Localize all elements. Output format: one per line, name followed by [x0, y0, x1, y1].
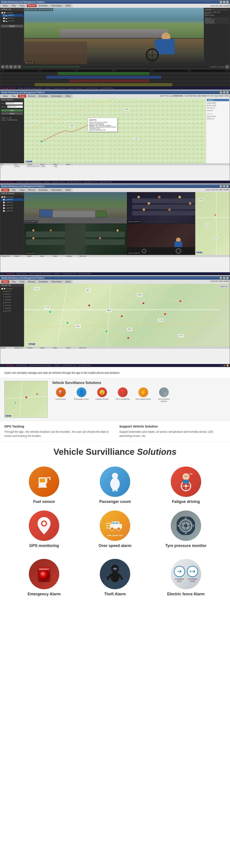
sidebar-item-3b[interactable]: ● 云AVT73 [1, 198, 23, 201]
nav-record-2[interactable]: Record [27, 95, 37, 98]
nav-track[interactable]: Track [18, 4, 26, 7]
svg-line-34 [184, 476, 186, 476]
play-btn[interactable]: ▶ [1, 65, 5, 68]
sidebar-item-4[interactable]: 🚌 云CVT15 [1, 20, 23, 22]
nav-play[interactable]: Play [10, 4, 17, 7]
sidebar-item-3[interactable]: 🚌 云BVT22 [1, 17, 23, 20]
sidebar-4c[interactable]: ● 云BVT22 [1, 293, 23, 296]
nav-schedule-4[interactable]: Schedule [37, 280, 49, 283]
nav-video[interactable]: Video [1, 4, 9, 7]
sidebar-item-2[interactable]: 🚌 云AVT73 [1, 14, 23, 17]
segment-3 [69, 79, 149, 83]
svg-text:EMERGENCY: EMERGENCY [39, 568, 49, 570]
sidebar-4g[interactable]: ● 云FVT44 [1, 304, 23, 307]
next-btn[interactable]: ⏭ [18, 65, 21, 68]
datetime-display: 12:45:33 1366 Head8 [210, 5, 229, 7]
nav-other-3[interactable]: Other [64, 188, 72, 192]
nav-video-2[interactable]: Video [1, 95, 9, 98]
nav-bar-1: Video Play Track Record Schedule Informa… [0, 4, 230, 8]
sidebar-item-1[interactable]: 📁 Company [1, 11, 23, 14]
nav-other-2[interactable]: Other [64, 95, 72, 98]
window-controls[interactable]: ─ □ ✕ [220, 1, 229, 3]
checkbox-4a[interactable] [1, 288, 3, 290]
volume-btn[interactable]: 🔊 [225, 65, 229, 68]
sidebar-4i[interactable]: ● 云HVT55 [1, 310, 23, 312]
nav-record[interactable]: Record [27, 4, 37, 7]
checkbox-3f[interactable] [3, 210, 5, 212]
window-controls-4[interactable]: ─ □ ✕ [220, 277, 229, 279]
pause-btn[interactable]: ⏸ [5, 65, 9, 68]
checkbox-3a[interactable] [1, 196, 3, 198]
checkbox-4[interactable] [3, 20, 5, 22]
window-controls-3[interactable]: ─ □ ✕ [220, 185, 229, 188]
minimize-btn[interactable]: ─ [220, 1, 222, 3]
minimize-btn-4[interactable]: ─ [220, 277, 222, 279]
checkbox-3d[interactable] [3, 205, 5, 206]
nav-information[interactable]: Information [50, 4, 63, 7]
nav-information-3[interactable]: Information [50, 188, 63, 192]
track-search-btn[interactable]: Track [1, 109, 23, 112]
nav-track-3[interactable]: Track [18, 188, 26, 192]
vehicle-dropdown[interactable]: 云AVT73 ▼ [7, 105, 23, 108]
timeline-bar[interactable] [23, 66, 208, 67]
nav-play-3[interactable]: Play [10, 188, 17, 192]
checkbox-3c[interactable] [3, 202, 5, 203]
stop-btn[interactable]: ⏹ [9, 65, 13, 68]
export-btn[interactable]: Export [1, 112, 23, 115]
checkbox-1[interactable] [1, 12, 3, 14]
checkbox-3[interactable] [3, 17, 5, 19]
sidebar-4d[interactable]: ● 云CVT15 [1, 296, 23, 298]
maximize-btn-3[interactable]: □ [223, 185, 225, 188]
fuel-label: Fuel sensor [33, 499, 55, 504]
minimize-btn-3[interactable]: ─ [220, 185, 222, 188]
checkbox-2[interactable] [3, 14, 5, 16]
right-panel-1: CH1 Info Resolution: 1920×1080 FPS: 25 B… [204, 8, 230, 64]
nav-track-2[interactable]: Track [18, 95, 26, 98]
sidebar-item-3c[interactable]: ● 云BVT22 [1, 201, 23, 204]
close-btn[interactable]: ✕ [226, 1, 229, 3]
prev-btn[interactable]: ⏮ [13, 65, 17, 68]
sidebar-item-3d[interactable]: ● 云CVT15 [1, 204, 23, 207]
nav-video-4[interactable]: Video [1, 280, 9, 283]
sidebar-item-3f[interactable]: ● 云EVT31 [1, 210, 23, 212]
sidebar-4a[interactable]: 📁 Company [1, 287, 23, 290]
nav-track-4[interactable]: Track [18, 280, 26, 283]
baidu-logo-3: 百度地图 [28, 343, 35, 345]
back-up-btn[interactable]: Back-Up [219, 285, 229, 288]
checkbox-3e[interactable] [3, 207, 5, 209]
window-controls-2[interactable]: ─ □ ✕ [220, 91, 229, 94]
sidebar-item-3a[interactable]: 📁 All Vehicles [1, 196, 23, 198]
nav-other-4[interactable]: Other [64, 280, 72, 283]
search-btn[interactable]: Search [1, 25, 23, 28]
minimize-btn-2[interactable]: ─ [220, 91, 222, 94]
nav-record-4[interactable]: Record [27, 280, 37, 283]
nav-record-3[interactable]: Record [27, 188, 37, 192]
close-btn-2[interactable]: ✕ [226, 91, 229, 94]
nav-play-2[interactable]: Play [10, 95, 17, 98]
nav-play-4[interactable]: Play [10, 280, 17, 283]
nav-other[interactable]: Other [64, 4, 72, 7]
sidebar-4b[interactable]: ● 云AVT73 [1, 290, 23, 293]
checkbox-3b[interactable] [3, 199, 5, 200]
nav-video-3[interactable]: Video [1, 188, 9, 192]
gps-tracking-title: GPS Tacking [4, 425, 111, 428]
passenger-feature-item: Passenger count [91, 467, 139, 504]
sidebar-4h[interactable]: ● 云GVT08 [1, 307, 23, 310]
table-header-4: Device Parking Time Position Speed Alarm… [0, 347, 230, 349]
cam-label-4: CH1-04 云AVT73 [127, 252, 141, 254]
nav-schedule[interactable]: Schedule [37, 4, 49, 7]
maximize-btn-4[interactable]: □ [223, 277, 225, 279]
close-btn-4[interactable]: ✕ [226, 277, 229, 279]
sidebar-4f[interactable]: ● 云EVT31 [1, 301, 23, 304]
sidebar-4e[interactable]: ● 云DVT09 [1, 299, 23, 301]
sidebar-item-3e[interactable]: ● 云DVT09 [1, 207, 23, 209]
close-btn-3[interactable]: ✕ [226, 185, 229, 188]
nav-information-2[interactable]: Information [50, 95, 63, 98]
maximize-btn[interactable]: □ [223, 1, 225, 3]
monitoring-label: 1-3 [1, 273, 4, 275]
nav-information-4[interactable]: Information [50, 280, 63, 283]
nav-schedule-3[interactable]: Schedule [37, 188, 49, 192]
maximize-btn-2[interactable]: □ [223, 91, 225, 94]
nav-schedule-2[interactable]: Schedule [37, 95, 49, 98]
date-field[interactable]: 2017-04-13 [5, 102, 23, 105]
